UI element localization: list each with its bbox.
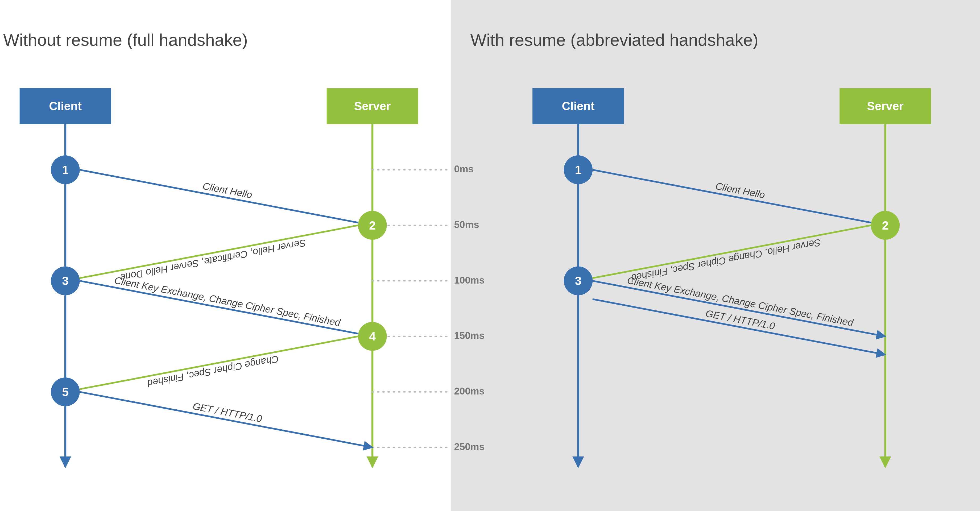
left-client-box: Client — [49, 100, 82, 113]
svg-line-17 — [65, 225, 358, 281]
left-step-5-top: 5 — [62, 386, 68, 398]
left-msg-2: Server Hello, Certificate, Server Hello … — [119, 237, 307, 283]
left-msg-3: Client Key Exchange, Change Cipher Spec,… — [114, 275, 342, 328]
time-label: 0ms — [454, 163, 474, 175]
time-label: 50ms — [454, 219, 479, 230]
right-title: With resume (abbreviated handshake) — [471, 30, 758, 49]
svg-line-21 — [65, 336, 358, 392]
left-step-2-top: 2 — [369, 219, 376, 232]
left-step-1-top: 1 — [62, 163, 68, 176]
svg-line-15 — [80, 170, 372, 225]
left-server-box: Server — [354, 100, 391, 113]
left-step-4-top: 4 — [369, 330, 376, 343]
left-title: Without resume (full handshake) — [3, 30, 248, 49]
svg-line-23 — [80, 392, 372, 448]
right-step-3-top: 3 — [575, 274, 582, 287]
left-msg-4: Change Cipher Spec, Finished — [146, 354, 280, 389]
left-msg-5: GET / HTTP/1.0 — [192, 401, 263, 425]
right-step-2-top: 2 — [882, 219, 889, 232]
time-label: 250ms — [454, 441, 485, 452]
time-label: 100ms — [454, 275, 485, 286]
svg-line-19 — [80, 281, 372, 336]
time-label: 150ms — [454, 330, 485, 341]
left-step-3-top: 3 — [62, 274, 68, 287]
tls-handshake-diagram: Without resume (full handshake)With resu… — [0, 0, 980, 511]
time-label: 200ms — [454, 386, 485, 397]
right-server-box: Server — [867, 100, 904, 113]
right-step-1-top: 1 — [575, 163, 582, 176]
right-client-box: Client — [562, 100, 595, 113]
